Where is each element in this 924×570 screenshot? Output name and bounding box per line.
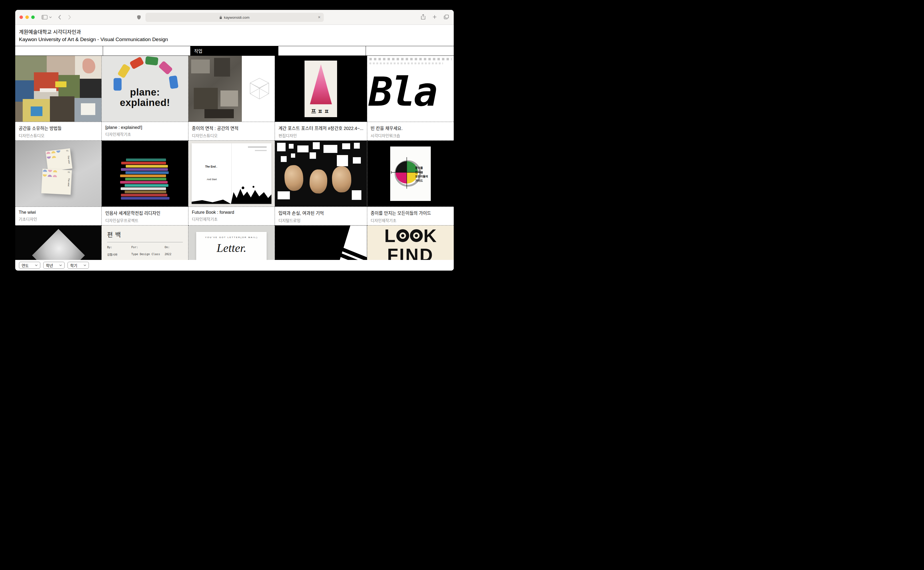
project-title: 입력과 손실, 여과된 기억 [278,210,363,216]
zoom-window-button[interactable] [31,15,35,19]
plane-art-text: plane: explained! [102,87,188,108]
project-category: 시각디자인워크숍 [371,133,450,138]
filter-bar: 연도 학년 학기 [15,260,454,271]
project-title: 종이를 만지는 모든이들의 가이드 [371,210,450,216]
on-value: 2022 [165,253,183,256]
project-card-5[interactable]: Bla 빈 칸을 채우세요. 시각디자인워크숍 [367,56,454,141]
grade-filter-select[interactable]: 학년 [43,262,64,269]
toolbar-right-buttons [421,14,449,20]
tab-overview-icon[interactable] [444,15,449,19]
cube-wireframe-icon [249,77,270,100]
project-caption: 종이의 면적 : 공간의 면적 디자인스튜디오 [188,122,275,140]
project-card-2[interactable]: plane: explained! [plane : explained!] 디… [102,56,188,141]
pyeonbaek-title: 편백 [107,230,182,239]
project-category: 디지털드로잉 [278,218,363,223]
project-card-4[interactable]: 프ㅍㅍ 계간 포스트 포스터 프레저 #창간호 2022.4~... 편집디자인 [275,56,367,141]
project-category: 디자인스튜디오 [192,133,271,138]
chevron-down-icon [59,264,62,266]
by-label: By: [107,245,131,249]
url-text: kaywonsidi.com [224,15,249,20]
project-title: 종이의 면적 : 공간의 면적 [192,125,271,131]
ink-splash-art [192,184,271,204]
by-value: 김헵시바 [107,253,131,256]
nav-cell-5[interactable] [366,46,454,55]
eye-o-icon [396,229,409,242]
paper-guide-art: 종이를 만지는 모든이들의 가이드 [367,141,454,207]
project-title: The wiwi [19,210,98,215]
nav-cell-2[interactable] [103,46,191,55]
site-title-korean: 계원예술대학교 시각디자인과 [19,29,450,36]
project-grid: 공간을 소유하는 방법들 디자인스튜디오 plane: explained! [15,56,454,271]
eye-o-icon [410,229,423,242]
for-label: For: [131,245,165,249]
future-end-text: The End . [205,165,217,168]
traffic-lights [20,15,35,19]
minimize-window-button[interactable] [25,15,29,19]
plane-explained-art: plane: explained! [102,56,188,122]
year-filter-select[interactable]: 연도 [19,262,40,269]
project-category: 디자인실무프로젝트 [105,218,184,223]
future-book-art: The End . And Start [188,141,275,207]
nav-cell-1[interactable] [15,46,103,55]
category-nav: 작업 [15,46,454,56]
back-button[interactable] [58,15,61,20]
chevron-down-icon [35,264,38,266]
poster-hangul-text: 프ㅍㅍ [305,107,337,115]
project-caption: Future Book : forward 디자인제작기초 [188,207,275,225]
project-card-6[interactable]: 01. The wiwi 01. The wiwi The wiwi 기초디자인 [15,141,102,225]
page-content: 계원예술대학교 시각디자인과 Kaywon University of Art … [15,25,454,271]
chevron-down-icon[interactable] [49,16,52,18]
for-value: Type Design Class [131,253,165,256]
project-category: 디자인제작기초 [371,218,450,223]
look-l: L [384,227,395,245]
project-title: [plane : explained!] [105,125,184,130]
project-card-8[interactable]: The End . And Start Future Book : forwar… [188,141,275,225]
share-icon[interactable] [421,14,426,20]
sidebar-toggle-icon[interactable] [41,15,48,20]
project-title: 민음사 세계문학전집 리디자인 [105,210,184,216]
forward-button[interactable] [68,15,71,20]
project-caption: 빈 칸을 채우세요. 시각디자인워크숍 [367,122,454,140]
semester-filter-select[interactable]: 학기 [67,262,89,269]
room-photo-art [188,56,275,122]
browser-window: kaywonsidi.com ✕ 계원예술대학교 시각디자인과 Kaywon U… [15,10,454,271]
collage-art [15,56,101,122]
quarterly-poster-art: 프ㅍㅍ [275,56,367,122]
project-card-9[interactable]: 입력과 손실, 여과된 기억 디지털드로잉 [275,141,367,225]
wiwi-boxes-art: 01. The wiwi 01. The wiwi [15,141,101,207]
site-header: 계원예술대학교 시각디자인과 Kaywon University of Art … [15,25,454,46]
site-title-english: Kaywon University of Art & Design - Visu… [19,36,450,43]
on-label: On: [165,245,183,249]
chevron-down-icon [84,264,86,266]
project-caption: 공간을 소유하는 방법들 디자인스튜디오 [15,122,101,140]
project-category: 디자인스튜디오 [19,133,98,138]
new-tab-icon[interactable] [433,15,437,19]
close-window-button[interactable] [20,15,23,19]
project-caption: 입력과 손실, 여과된 기억 디지털드로잉 [275,207,367,225]
project-card-1[interactable]: 공간을 소유하는 방법들 디자인스튜디오 [15,56,102,141]
pixel-memory-art [275,141,367,207]
project-card-7[interactable]: 민음사 세계문학전집 리디자인 디자인실무프로젝트 [102,141,188,225]
letter-top-text: YOU'VE GOT LETTER(OR MAIL) [196,236,267,239]
project-caption: 종이를 만지는 모든이들의 가이드 디자인제작기초 [367,207,454,225]
project-caption: 민음사 세계문학전집 리디자인 디자인실무프로젝트 [102,207,188,225]
look-k: K [424,227,437,245]
letter-big-text: Letter. [196,241,267,255]
project-category: 디자인제작기초 [105,131,184,137]
guide-poster-text: 종이를 만지는 모든이들의 가이드 [415,166,428,183]
stop-loading-icon[interactable]: ✕ [318,15,321,19]
project-card-3[interactable]: 종이의 면적 : 공간의 면적 디자인스튜디오 [188,56,275,141]
book-stack-art [102,141,188,207]
project-category: 디자인제작기초 [192,216,271,222]
project-title: 빈 칸을 채우세요. [371,125,450,131]
url-bar[interactable]: kaywonsidi.com ✕ [146,13,324,22]
nav-tab-work[interactable]: 작업 [190,46,278,55]
project-caption: [plane : explained!] 디자인제작기초 [102,122,188,140]
project-title: Future Book : forward [192,210,271,215]
project-title: 공간을 소유하는 방법들 [19,125,98,131]
project-card-10[interactable]: 종이를 만지는 모든이들의 가이드 종이를 만지는 모든이들의 가이드 디자인제… [367,141,454,225]
browser-toolbar: kaywonsidi.com ✕ [15,10,454,25]
project-category: 기초디자인 [19,216,98,222]
privacy-shield-icon[interactable] [137,15,141,21]
nav-cell-4[interactable] [278,46,366,55]
